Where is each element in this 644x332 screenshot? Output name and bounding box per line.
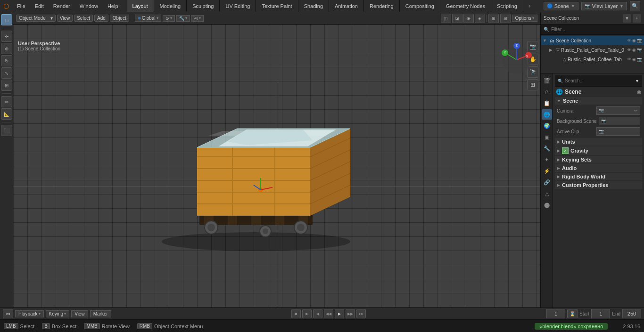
workspace-layout[interactable]: Layout (127, 0, 154, 12)
material-props-btn[interactable]: ⬤ (542, 200, 552, 210)
pivot-selector[interactable]: ⊙ ▾ (163, 15, 175, 22)
background-scene-field[interactable]: 📷 (599, 117, 640, 125)
snap-selector[interactable]: 🔧 ▾ (176, 15, 190, 22)
world-props-btn[interactable]: 🌍 (542, 121, 552, 131)
units-section-header[interactable]: ▶ Units (555, 138, 642, 146)
output-props-btn[interactable]: 🖨 (542, 87, 552, 97)
workspace-uv-editing[interactable]: UV Editing (220, 0, 256, 12)
add-menu[interactable]: Add (94, 15, 108, 22)
tool-add[interactable]: ⬛ (1, 125, 12, 136)
tool-move[interactable]: ⊕ (1, 43, 12, 54)
tool-cursor[interactable]: ✛ (1, 31, 12, 42)
view-layer-selector[interactable]: 📷 View Layer ▼ (581, 2, 627, 10)
outliner-collection-root[interactable]: ▼ 🗂 Scene Collection 👁 ◉ 📷 (541, 36, 644, 45)
viewport-3d[interactable]: Object Mode ▾ View Select Add Object (13, 12, 540, 308)
rigid-body-section-header[interactable]: ▶ Rigid Body World (555, 173, 642, 180)
rendered-mode-btn[interactable]: ◈ (475, 14, 485, 23)
menu-help[interactable]: Help (103, 0, 123, 12)
select-menu[interactable]: Select (74, 15, 93, 22)
marker-menu[interactable]: Marker (90, 310, 111, 317)
collection-sel-icon[interactable]: ◉ (632, 38, 636, 43)
outliner-item-1[interactable]: △ Rustic_Pallet_Coffee_Tab 👁 ◉ 📷 (541, 55, 644, 64)
tool-scale[interactable]: ⤡ (1, 67, 12, 79)
workspace-animation[interactable]: Animation (329, 0, 364, 12)
tool-measure[interactable]: 📐 (1, 108, 12, 120)
scene-props-btn[interactable]: 🌐 (542, 109, 552, 120)
tool-select[interactable]: ◻ (1, 14, 12, 25)
view-menu[interactable]: View (57, 15, 73, 22)
keying-menu[interactable]: Keying ▾ (46, 310, 70, 317)
gravity-checkbox[interactable]: ✓ (562, 147, 569, 154)
menu-render[interactable]: Render (49, 0, 75, 12)
mode-dropdown-arrow[interactable]: ▾ (48, 15, 55, 21)
search-button[interactable]: 🔍 (630, 1, 640, 11)
tool-transform[interactable]: ⊞ (1, 80, 12, 91)
workspace-rendering[interactable]: Rendering (364, 0, 400, 12)
scene-selector[interactable]: 🔵 Scene ▼ (544, 2, 578, 10)
outliner-search-input[interactable] (551, 27, 641, 32)
keying-sets-section-header[interactable]: ▶ Keying Sets (555, 156, 642, 163)
gravity-section-header[interactable]: ▶ ✓ Gravity (555, 146, 642, 155)
render-props-btn[interactable]: 🎬 (542, 75, 552, 86)
view-layer-props-btn[interactable]: 📋 (542, 98, 552, 108)
jump-start-btn[interactable]: ⏮ (302, 309, 312, 318)
workspace-texture-paint[interactable]: Texture Paint (256, 0, 298, 12)
modifier-props-btn[interactable]: 🔧 (542, 143, 552, 154)
timeline-view-menu[interactable]: View (71, 310, 88, 317)
next-frame-btn[interactable]: ▶▶ (346, 309, 355, 318)
item-render-0[interactable]: 📷 (637, 48, 642, 52)
object-props-btn[interactable]: ▣ (542, 132, 552, 142)
prev-frame-btn[interactable]: ◀ (313, 309, 322, 318)
frame-range-btn[interactable]: ⏮ (3, 309, 13, 318)
physics-props-btn[interactable]: ⚡ (542, 166, 552, 176)
object-menu[interactable]: Object (110, 15, 129, 22)
solid-mode-btn[interactable]: ◪ (452, 14, 462, 23)
start-frame-input[interactable]: 1 (591, 309, 610, 318)
playback-menu[interactable]: Playback ▾ (15, 310, 44, 317)
item-sel-0[interactable]: ◉ (632, 48, 636, 52)
fps-btn[interactable]: ⌛ (567, 309, 578, 318)
item-sel-1[interactable]: ◉ (632, 57, 636, 62)
outliner-item-0[interactable]: ▶ ▽ Rustic_Pallet_Coffee_Table_0 👁 ◉ 📷 (541, 45, 644, 55)
item-vis-0[interactable]: 👁 (627, 48, 631, 52)
constraints-props-btn[interactable]: 🔗 (542, 177, 552, 187)
workspace-scripting[interactable]: Scripting (491, 0, 523, 12)
tool-rotate[interactable]: ↻ (1, 55, 12, 66)
record-btn[interactable]: ⏺ (291, 309, 301, 318)
gizmo-btn[interactable]: ⊞ (500, 14, 511, 23)
menu-window[interactable]: Window (75, 0, 103, 12)
add-workspace-button[interactable]: ＋ (523, 0, 536, 12)
transform-selector[interactable]: ⊕ Global ▾ (135, 15, 161, 22)
play-btn[interactable]: ▶ (335, 309, 344, 318)
props-search-input[interactable] (565, 78, 633, 83)
collection-vis-icon[interactable]: 👁 (627, 38, 631, 43)
workspace-sculpting[interactable]: Sculpting (187, 0, 220, 12)
end-frame-input[interactable]: 250 (622, 309, 641, 318)
item-render-1[interactable]: 📷 (637, 57, 642, 62)
menu-file[interactable]: File (12, 0, 30, 12)
camera-edit-icon[interactable]: ✏ (634, 108, 638, 113)
menu-edit[interactable]: Edit (30, 0, 49, 12)
audio-section-header[interactable]: ▶ Audio (555, 164, 642, 172)
scene-section-header[interactable]: ▼ Scene (555, 97, 642, 105)
item-vis-1[interactable]: 👁 (627, 57, 631, 62)
grid-btn[interactable]: ⊞ (527, 79, 538, 90)
workspace-geometry-nodes[interactable]: Geometry Nodes (440, 0, 491, 12)
tool-annotate[interactable]: ✏ (1, 96, 12, 107)
material-mode-btn[interactable]: ◉ (463, 14, 474, 23)
overlay-btn[interactable]: ⊞ (488, 14, 499, 23)
camera-value-field[interactable]: 📷 ✏ (596, 106, 640, 115)
workspace-shading[interactable]: Shading (298, 0, 329, 12)
outliner-add-btn[interactable]: + (633, 14, 641, 23)
custom-props-section-header[interactable]: ▶ Custom Properties (555, 181, 642, 189)
props-filter-btn[interactable]: ▼ (635, 79, 639, 83)
options-btn[interactable]: Options ▾ (512, 15, 537, 22)
collection-render-icon[interactable]: 📷 (637, 38, 642, 43)
jump-end-btn[interactable]: ⏭ (356, 309, 366, 318)
proportional-selector[interactable]: ◎ ▾ (191, 15, 204, 22)
particles-props-btn[interactable]: ✦ (542, 154, 552, 165)
scene-props-expand[interactable]: ◉ (637, 89, 641, 95)
workspace-compositing[interactable]: Compositing (400, 0, 440, 12)
wireframe-mode-btn[interactable]: ◫ (441, 14, 451, 23)
outliner-filter-btn[interactable]: ▼ (623, 14, 631, 23)
